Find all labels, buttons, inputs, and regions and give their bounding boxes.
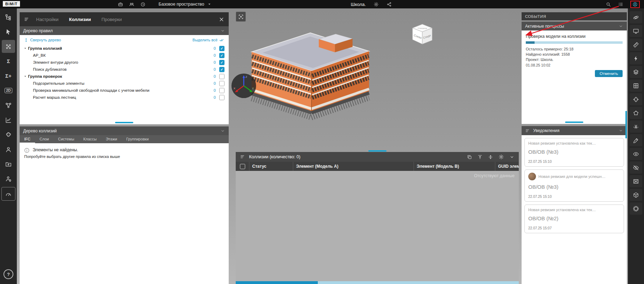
show-elements-icon[interactable] (630, 148, 642, 160)
rule-tree-row[interactable]: Проверка минимальной свободной площади с… (20, 87, 229, 94)
cancel-button[interactable]: Отменить (595, 70, 623, 77)
rule-checkbox[interactable] (219, 81, 224, 86)
layers-icon[interactable] (630, 66, 642, 78)
collision-tree-tab[interactable]: Классы (79, 135, 101, 143)
rule-checkbox[interactable] (219, 60, 224, 65)
active-processes-header[interactable]: Активные процессы (522, 22, 627, 30)
rule-tree-row[interactable]: Поиск дубликатов0 (20, 66, 229, 73)
share-icon[interactable] (387, 2, 392, 7)
workspace-selector[interactable]: Базовое пространство (159, 0, 212, 8)
collision-tree-tab[interactable]: Группировки (122, 135, 153, 143)
rule-tree-row[interactable]: АР_ВК0 (20, 52, 229, 59)
users-icon[interactable] (2, 143, 15, 156)
rules-section-header[interactable]: Дерево правил (20, 26, 229, 35)
close-icon[interactable] (219, 16, 224, 22)
notification-card[interactable]: Новая ревизия установлена как тек…ОВ/ОВ … (524, 138, 624, 167)
collisions-resize-handle[interactable] (236, 150, 519, 152)
collision-tree-tab[interactable]: Слои (35, 135, 54, 143)
rule-tree-row[interactable]: Группа коллизий0 (20, 45, 229, 52)
model-structure-icon[interactable] (2, 11, 15, 23)
notifications-menu-icon[interactable] (525, 128, 530, 133)
rule-tree-row[interactable]: Расчет марша лестниц0 (20, 94, 229, 101)
collapse-tree-link[interactable]: Свернуть дерево (24, 38, 61, 42)
rule-tree-row[interactable]: Группа проверок0 (20, 73, 229, 80)
align-top-icon[interactable] (477, 154, 483, 160)
rule-checkbox[interactable] (219, 74, 224, 79)
user-location-icon[interactable] (2, 172, 15, 185)
viewport-focus-button[interactable] (236, 12, 246, 22)
axis-gizmo[interactable]: Z X Y (230, 72, 257, 99)
screen-view-icon[interactable] (630, 25, 642, 37)
column-header[interactable]: Статус (249, 162, 293, 171)
select-tool-icon[interactable] (2, 25, 15, 38)
column-header[interactable]: GUID элемента (Модель A) (495, 162, 519, 171)
events-resize-handle[interactable] (522, 120, 627, 124)
notification-card[interactable]: Новая ревизия установлена как тек…ОВ/ОВ … (524, 205, 624, 233)
caret-down-icon[interactable] (23, 46, 28, 50)
mode-2d-icon[interactable]: 2D (2, 84, 15, 97)
navigation-cube[interactable]: Сверху Слева Сзади (409, 20, 436, 46)
section-cut-icon[interactable] (630, 120, 642, 133)
account-icon[interactable] (630, 1, 640, 8)
processes-collapse-icon[interactable] (618, 24, 623, 29)
rule-tree-row[interactable]: Элемент внтури другого0 (20, 59, 229, 66)
charts-icon[interactable] (2, 113, 15, 126)
sum-tool-icon[interactable]: Σ (2, 55, 15, 68)
collision-tree-tab[interactable]: Этажи (101, 135, 121, 143)
graph-view-icon[interactable] (2, 99, 15, 112)
section-box-icon[interactable] (630, 202, 642, 215)
copy-row-icon[interactable] (467, 154, 472, 160)
collision-tree-tab[interactable]: Системы (53, 135, 79, 143)
rules-resize-handle[interactable] (20, 121, 229, 124)
collapse-panel-icon[interactable] (509, 154, 515, 160)
select-all-checkbox[interactable] (240, 164, 245, 169)
settings-gear-icon[interactable] (374, 2, 379, 7)
notifications-header[interactable]: Уведомления (522, 126, 627, 135)
rule-checkbox[interactable] (219, 95, 224, 100)
plugins-icon[interactable] (2, 128, 15, 141)
rule-checkbox[interactable] (219, 46, 224, 51)
history-icon[interactable] (140, 2, 146, 7)
rule-checkbox[interactable] (219, 67, 224, 72)
vertical-scrollbar-thumb[interactable] (625, 111, 627, 138)
notification-card[interactable]: Новая ревизия для модели успешн…ОВ/ОВ (№… (524, 169, 624, 202)
annotate-icon[interactable] (630, 134, 642, 146)
table-body[interactable]: Отсутствуют данные (236, 171, 519, 281)
help-button[interactable]: ? (4, 269, 13, 279)
collision-tree-header[interactable]: Дерево коллизий (20, 126, 229, 135)
table-menu-icon[interactable] (240, 154, 246, 160)
rule-tree-row[interactable]: Подозрительные элементы0 (20, 80, 229, 87)
shared-models-icon[interactable] (2, 158, 15, 171)
notifications-collapse-icon[interactable] (618, 128, 623, 133)
quick-clash-icon[interactable] (630, 52, 642, 64)
grid-icon[interactable] (630, 79, 642, 92)
rules-collapse-icon[interactable] (220, 28, 225, 33)
column-header[interactable]: Элемент (Модель B) (414, 162, 495, 171)
task-list-icon[interactable] (618, 2, 623, 7)
scrollbar-thumb[interactable] (236, 281, 318, 284)
collision-tree-tab[interactable]: IFC (20, 135, 35, 143)
select-all-link[interactable]: Выделить всё (193, 37, 224, 43)
rule-checkbox[interactable] (219, 53, 224, 58)
hide-image-icon[interactable] (630, 175, 642, 187)
dashboard-icon[interactable] (1, 187, 15, 201)
tab-2[interactable]: Коллизии (68, 12, 92, 27)
collision-tree-collapse-icon[interactable] (220, 129, 225, 133)
app-logo[interactable]: BiMiT (3, 1, 20, 7)
column-header[interactable]: Элемент (Модель A) (293, 162, 414, 171)
collaboration-icon[interactable] (129, 2, 134, 7)
table-settings-icon[interactable] (498, 154, 504, 160)
rule-checkbox[interactable] (219, 88, 224, 93)
measure-icon[interactable] (630, 39, 642, 51)
cube-face-top[interactable]: Сверху (418, 27, 428, 29)
orbit-view-icon[interactable] (630, 11, 642, 23)
polygon-select-icon[interactable] (630, 107, 642, 119)
search-icon[interactable] (606, 2, 611, 7)
panel-menu-icon[interactable] (24, 16, 30, 22)
model-cube-icon[interactable] (630, 189, 642, 201)
hide-elements-icon[interactable] (630, 161, 642, 174)
sum-add-tool-icon[interactable]: Σ+ (2, 69, 15, 82)
focus-target-icon[interactable] (630, 93, 642, 105)
horizontal-scrollbar[interactable] (236, 281, 519, 284)
collisions-tool-icon[interactable] (2, 40, 15, 53)
